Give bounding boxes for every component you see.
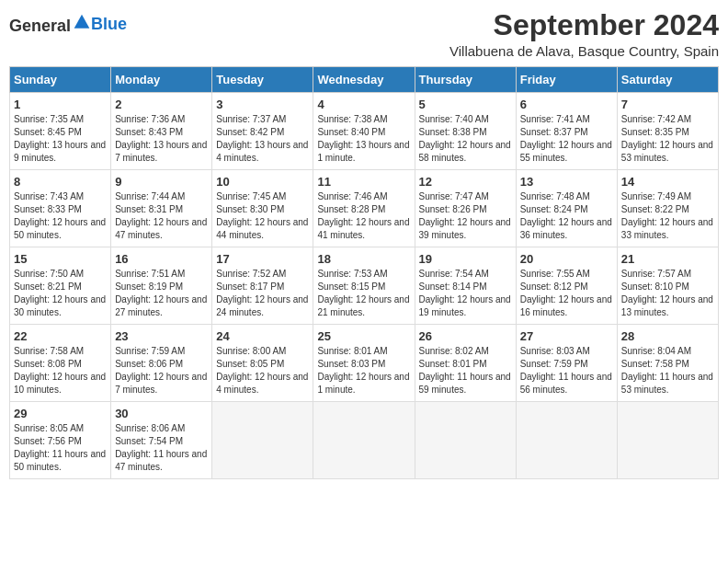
table-row: 10Sunrise: 7:45 AMSunset: 8:30 PMDayligh… (212, 170, 313, 247)
table-row: 13Sunrise: 7:48 AMSunset: 8:24 PMDayligh… (516, 170, 617, 247)
col-monday: Monday (111, 67, 212, 93)
table-row: 8Sunrise: 7:43 AMSunset: 8:33 PMDaylight… (10, 170, 111, 247)
header-row: Sunday Monday Tuesday Wednesday Thursday… (10, 67, 719, 93)
table-row: 25Sunrise: 8:01 AMSunset: 8:03 PMDayligh… (313, 325, 415, 402)
week-row: 15Sunrise: 7:50 AMSunset: 8:21 PMDayligh… (10, 247, 719, 325)
table-row: 28Sunrise: 8:04 AMSunset: 7:58 PMDayligh… (617, 325, 718, 402)
table-row: 19Sunrise: 7:54 AMSunset: 8:14 PMDayligh… (415, 247, 516, 325)
week-row: 29Sunrise: 8:05 AMSunset: 7:56 PMDayligh… (10, 402, 719, 479)
table-row: 23Sunrise: 7:59 AMSunset: 8:06 PMDayligh… (111, 325, 212, 402)
table-row: 7Sunrise: 7:42 AMSunset: 8:35 PMDaylight… (617, 93, 718, 170)
table-row: 21Sunrise: 7:57 AMSunset: 8:10 PMDayligh… (617, 247, 718, 325)
table-row: 26Sunrise: 8:02 AMSunset: 8:01 PMDayligh… (415, 325, 516, 402)
table-row (516, 402, 617, 479)
col-sunday: Sunday (10, 67, 111, 93)
logo: General Blue (9, 13, 127, 36)
svg-marker-0 (74, 15, 90, 29)
week-row: 22Sunrise: 7:58 AMSunset: 8:08 PMDayligh… (10, 325, 719, 402)
table-row: 9Sunrise: 7:44 AMSunset: 8:31 PMDaylight… (111, 170, 212, 247)
location-title: Villabuena de Alava, Basque Country, Spa… (449, 43, 719, 59)
table-row: 11Sunrise: 7:46 AMSunset: 8:28 PMDayligh… (313, 170, 415, 247)
table-row (212, 402, 313, 479)
table-row: 2Sunrise: 7:36 AMSunset: 8:43 PMDaylight… (111, 93, 212, 170)
table-row: 14Sunrise: 7:49 AMSunset: 8:22 PMDayligh… (617, 170, 718, 247)
table-row: 3Sunrise: 7:37 AMSunset: 8:42 PMDaylight… (212, 93, 313, 170)
logo-icon (73, 13, 91, 31)
table-row: 29Sunrise: 8:05 AMSunset: 7:56 PMDayligh… (10, 402, 111, 479)
week-row: 8Sunrise: 7:43 AMSunset: 8:33 PMDaylight… (10, 170, 719, 247)
col-tuesday: Tuesday (212, 67, 313, 93)
table-row: 22Sunrise: 7:58 AMSunset: 8:08 PMDayligh… (10, 325, 111, 402)
month-title: September 2024 (449, 9, 719, 41)
table-row: 24Sunrise: 8:00 AMSunset: 8:05 PMDayligh… (212, 325, 313, 402)
table-row: 4Sunrise: 7:38 AMSunset: 8:40 PMDaylight… (313, 93, 415, 170)
table-row: 18Sunrise: 7:53 AMSunset: 8:15 PMDayligh… (313, 247, 415, 325)
title-area: September 2024 Villabuena de Alava, Basq… (449, 9, 719, 59)
col-wednesday: Wednesday (313, 67, 415, 93)
table-row: 6Sunrise: 7:41 AMSunset: 8:37 PMDaylight… (516, 93, 617, 170)
page-header: General Blue September 2024 Villabuena d… (9, 9, 719, 59)
table-row: 16Sunrise: 7:51 AMSunset: 8:19 PMDayligh… (111, 247, 212, 325)
col-thursday: Thursday (415, 67, 516, 93)
col-friday: Friday (516, 67, 617, 93)
calendar-table: Sunday Monday Tuesday Wednesday Thursday… (9, 66, 719, 479)
table-row: 15Sunrise: 7:50 AMSunset: 8:21 PMDayligh… (10, 247, 111, 325)
col-saturday: Saturday (617, 67, 718, 93)
table-row: 27Sunrise: 8:03 AMSunset: 7:59 PMDayligh… (516, 325, 617, 402)
table-row: 5Sunrise: 7:40 AMSunset: 8:38 PMDaylight… (415, 93, 516, 170)
table-row (617, 402, 718, 479)
table-row: 20Sunrise: 7:55 AMSunset: 8:12 PMDayligh… (516, 247, 617, 325)
logo-blue: Blue (91, 15, 127, 33)
table-row (313, 402, 415, 479)
table-row: 1Sunrise: 7:35 AMSunset: 8:45 PMDaylight… (10, 93, 111, 170)
logo-general: General (9, 17, 71, 35)
week-row: 1Sunrise: 7:35 AMSunset: 8:45 PMDaylight… (10, 93, 719, 170)
table-row (415, 402, 516, 479)
table-row: 12Sunrise: 7:47 AMSunset: 8:26 PMDayligh… (415, 170, 516, 247)
table-row: 30Sunrise: 8:06 AMSunset: 7:54 PMDayligh… (111, 402, 212, 479)
table-row: 17Sunrise: 7:52 AMSunset: 8:17 PMDayligh… (212, 247, 313, 325)
